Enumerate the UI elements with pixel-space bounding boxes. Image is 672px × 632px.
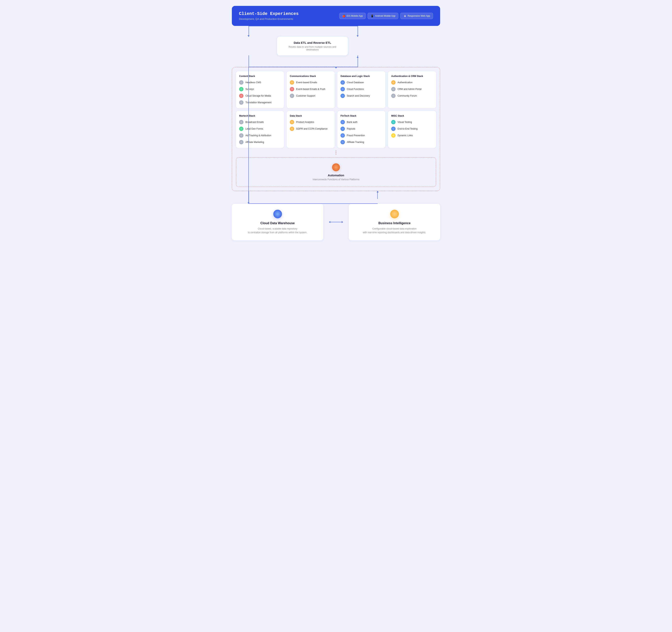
cloud-database-label: Cloud Database bbox=[347, 81, 364, 84]
cloud-functions-item: Cloud Functions bbox=[340, 87, 382, 91]
android-mobile-badge[interactable]: 📱 Android Mobile App bbox=[368, 13, 398, 19]
content-stack-title: Content Stack bbox=[239, 75, 281, 78]
cloud-storage-icon bbox=[239, 94, 243, 98]
event-emails-icon bbox=[290, 80, 294, 85]
etl-row: Data ETL and Reverse ETL Routes data to … bbox=[232, 37, 440, 55]
etl-subtitle: Routes data to and from multiple sources… bbox=[283, 46, 342, 51]
database-stack-title: Database and Logic Stack bbox=[340, 75, 382, 78]
lead-gen-label: Lead Gen Forms bbox=[245, 127, 263, 130]
fraud-prevention-item: Fraud Prevention bbox=[340, 133, 382, 137]
bottom-arrow-connector bbox=[327, 204, 345, 240]
community-forum-label: Community Forum bbox=[398, 95, 417, 97]
martech-stack-card: Martech Stack Broadcast Emails Lead Gen … bbox=[236, 111, 284, 148]
misc-stack-title: MISC Stack bbox=[391, 115, 433, 117]
misc-stack-card: MISC Stack Visual Testing End-to-End Tes… bbox=[388, 111, 436, 148]
data-stack-title: Data Stack bbox=[290, 115, 332, 117]
data-stack-card: Data Stack Product Analytics GDPR and CC… bbox=[287, 111, 335, 148]
payouts-label: Payouts bbox=[347, 127, 355, 130]
connector-header-etl bbox=[232, 26, 440, 37]
martech-stack-title: Martech Stack bbox=[239, 115, 281, 117]
cloud-functions-icon bbox=[340, 87, 345, 91]
android-label: Android Mobile App bbox=[375, 15, 395, 17]
cloud-functions-label: Cloud Functions bbox=[347, 88, 364, 91]
dynamic-links-label: Dynamic Links bbox=[398, 134, 413, 137]
ad-tracking-item: Ad Tracking & Attribution bbox=[239, 133, 281, 137]
ad-tracking-label: Ad Tracking & Attribution bbox=[245, 134, 271, 137]
event-emails-item: Event-based Emails bbox=[290, 80, 332, 85]
broadcast-emails-icon bbox=[239, 120, 243, 124]
community-forum-icon bbox=[391, 94, 395, 98]
search-discovery-icon bbox=[340, 94, 345, 98]
cloud-database-item: Cloud Database bbox=[340, 80, 382, 85]
automation-icon bbox=[332, 163, 340, 171]
ad-tracking-icon bbox=[239, 133, 243, 137]
fraud-prevention-label: Fraud Prevention bbox=[347, 134, 365, 137]
auth-crm-stack-card: Authentication & CRM Stack Authenticatio… bbox=[388, 71, 436, 108]
payouts-icon bbox=[340, 127, 345, 131]
search-discovery-label: Search and Discovery bbox=[347, 95, 370, 97]
dynamic-links-item: Dynamic Links bbox=[391, 133, 433, 137]
crm-admin-icon bbox=[391, 87, 395, 91]
authentication-label: Authentication bbox=[398, 81, 412, 84]
header-left: Client-Side Experiences Development, QA … bbox=[239, 11, 299, 20]
lead-gen-icon bbox=[239, 127, 243, 131]
connector-etl-stacks bbox=[232, 55, 440, 67]
e2e-testing-label: End-to-End Testing bbox=[398, 127, 417, 130]
header-title: Client-Side Experiences bbox=[239, 11, 299, 16]
product-analytics-item: Product Analytics bbox=[290, 120, 332, 124]
e2e-testing-item: End-to-End Testing bbox=[391, 127, 433, 131]
bank-auth-label: Bank auth bbox=[347, 121, 357, 124]
gdpr-item: GDPR and CCPA Compliance bbox=[290, 127, 332, 131]
gdpr-label: GDPR and CCPA Compliance bbox=[296, 127, 328, 130]
connector-to-bottom bbox=[232, 191, 440, 204]
e2e-testing-icon bbox=[391, 127, 395, 131]
ios-label: iOS Mobile App bbox=[346, 15, 363, 17]
stacks-wrapper: Content Stack Headless CMS Surveys Cloud… bbox=[232, 67, 440, 191]
header-subtitle: Development, QA and Production Environme… bbox=[239, 18, 299, 20]
header-badges: 🍎 iOS Mobile App 📱 Android Mobile App 🖥 … bbox=[339, 13, 433, 19]
business-intelligence-card: Business Intelligence Configurable cloud… bbox=[349, 204, 440, 240]
cloud-warehouse-desc: Cloud-based, scalable data repositoryto … bbox=[237, 227, 318, 234]
stacks-row-2: Martech Stack Broadcast Emails Lead Gen … bbox=[236, 111, 436, 148]
product-analytics-icon bbox=[290, 120, 294, 124]
affiliate-marketing-icon bbox=[239, 140, 243, 144]
visual-testing-icon bbox=[391, 120, 395, 124]
header-card: Client-Side Experiences Development, QA … bbox=[232, 6, 440, 26]
fintech-stack-title: FinTech Stack bbox=[340, 115, 382, 117]
search-discovery-item: Search and Discovery bbox=[340, 94, 382, 98]
automation-subtitle: Interconnects Functions of Various Platf… bbox=[240, 178, 432, 181]
web-app-badge[interactable]: 🖥 Responsive Web App bbox=[400, 13, 433, 19]
surveys-icon bbox=[239, 87, 243, 91]
broadcast-emails-item: Broadcast Emails bbox=[239, 120, 281, 124]
headless-cms-label: Headless CMS bbox=[245, 81, 261, 84]
cloud-warehouse-icon bbox=[273, 210, 282, 218]
translation-item: Translation Management bbox=[239, 100, 281, 105]
authentication-icon bbox=[391, 80, 395, 85]
visual-testing-label: Visual Testing bbox=[398, 121, 412, 124]
event-emails-label: Event-based Emails bbox=[296, 81, 317, 84]
gdpr-icon bbox=[290, 127, 294, 131]
affiliate-tracking-label: Affiliate Tracking bbox=[347, 141, 364, 144]
bottom-section: Cloud Data Warehouse Cloud-based, scalab… bbox=[232, 204, 440, 240]
affiliate-tracking-item: Affiliate Tracking bbox=[340, 140, 382, 144]
headless-cms-icon bbox=[239, 80, 243, 85]
cloud-warehouse-title: Cloud Data Warehouse bbox=[237, 222, 318, 225]
bank-auth-item: Bank auth bbox=[340, 120, 382, 124]
ios-mobile-badge[interactable]: 🍎 iOS Mobile App bbox=[339, 13, 366, 19]
visual-testing-item: Visual Testing bbox=[391, 120, 433, 124]
communications-stack-card: Communications Stack Event-based Emails … bbox=[287, 71, 335, 108]
dynamic-links-icon bbox=[391, 133, 395, 137]
desktop-icon: 🖥 bbox=[403, 14, 406, 18]
translation-label: Translation Management bbox=[245, 101, 271, 104]
fintech-stack-card: FinTech Stack Bank auth Payouts Fraud Pr… bbox=[337, 111, 385, 148]
surveys-label: Surveys bbox=[245, 88, 254, 91]
surveys-item: Surveys bbox=[239, 87, 281, 91]
cloud-database-icon bbox=[340, 80, 345, 85]
cloud-storage-label: Cloud Storage for Media bbox=[245, 95, 271, 97]
communications-stack-title: Communications Stack bbox=[290, 75, 332, 78]
fraud-prevention-icon bbox=[340, 133, 345, 137]
automation-connector-area: Automation Interconnects Functions of Va… bbox=[236, 151, 436, 187]
content-stack-card: Content Stack Headless CMS Surveys Cloud… bbox=[236, 71, 284, 108]
stacks-outer: Content Stack Headless CMS Surveys Cloud… bbox=[232, 67, 440, 191]
business-intelligence-title: Business Intelligence bbox=[354, 222, 435, 225]
